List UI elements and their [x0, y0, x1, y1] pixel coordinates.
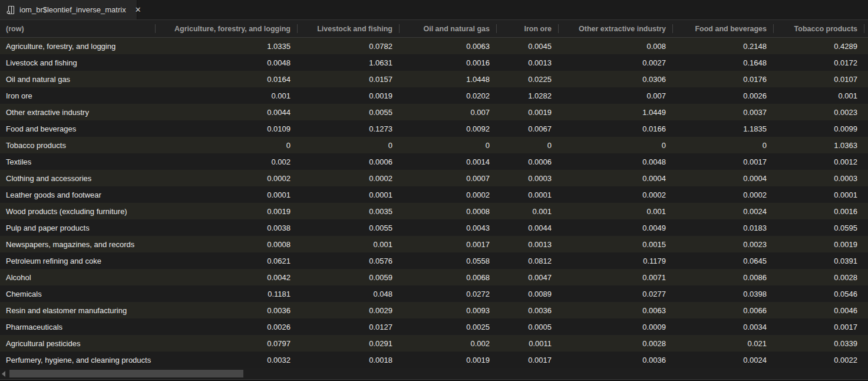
cell-value: 0.0036 — [559, 356, 673, 364]
table-row[interactable]: Other extractive industry0.00440.00550.0… — [0, 104, 868, 120]
cell-value: 0.0023 — [673, 240, 774, 249]
cell-value: 0.0225 — [497, 75, 559, 84]
cell-value: 0.0025 — [400, 323, 497, 331]
cell-value: 0.0272 — [400, 290, 497, 298]
cell-value: 0.0202 — [400, 91, 497, 100]
table-row[interactable]: Agriculture, forestry, and logging1.0335… — [0, 38, 868, 54]
cell-value: 0.0037 — [673, 108, 774, 117]
table-row[interactable]: Alcohol0.00420.00590.00680.00470.00710.0… — [0, 269, 868, 285]
cell-value: 0.0019 — [156, 207, 298, 216]
cell-value: 0.0059 — [298, 273, 400, 282]
cell-value: 0.001 — [298, 240, 400, 249]
column-header[interactable]: Iron ore — [497, 20, 559, 37]
table-row[interactable]: Resin and elastomer manufacturing0.00360… — [0, 302, 868, 318]
cell-value: 0.0036 — [497, 306, 559, 315]
table-row[interactable]: Wood products (excluding furniture)0.001… — [0, 203, 868, 219]
scrollbar-thumb[interactable] — [9, 370, 243, 377]
cell-value: 0.1181 — [156, 290, 298, 298]
cell-value: 0.0035 — [298, 207, 400, 216]
cell-value: 0.0291 — [298, 339, 400, 348]
cell-value: 1.0631 — [298, 58, 400, 67]
tab-leontief-inverse-matrix[interactable]: iom_br$leontief_inverse_matrix ✕ — [0, 0, 137, 19]
cell-value: 0.002 — [156, 157, 298, 166]
cell-value: 0.0068 — [400, 273, 497, 282]
cell-value: 0.0042 — [156, 273, 298, 282]
close-icon[interactable]: ✕ — [134, 5, 143, 14]
cell-value: 0.0176 — [673, 75, 774, 84]
table-row[interactable]: Oil and natural gas0.01640.01571.04480.0… — [0, 71, 868, 87]
cell-value: 0.0008 — [400, 207, 497, 216]
cell-value: 0.0017 — [497, 356, 559, 364]
column-header[interactable]: Other extractive industry — [559, 20, 673, 37]
table-row[interactable]: Chemicals0.11810.0480.02720.00890.02770.… — [0, 285, 868, 302]
cell-value: 0.0107 — [774, 75, 864, 84]
cell-value: 0.0019 — [298, 91, 400, 100]
cell-value: 0.0797 — [156, 339, 298, 348]
row-label: Iron ore — [0, 91, 156, 100]
cell-value: 1.0448 — [400, 75, 497, 84]
cell-value: 0.0026 — [156, 323, 298, 331]
table-row[interactable]: Agricultural pesticides0.07970.02910.002… — [0, 335, 868, 352]
data-table-preview-icon — [6, 5, 15, 15]
row-label: Other extractive industry — [0, 108, 156, 117]
cell-value: 0.0157 — [298, 75, 400, 84]
table-row[interactable]: Petroleum refining and coke0.06210.05760… — [0, 252, 868, 269]
cell-value: 0.0089 — [497, 290, 559, 298]
cell-value: 0.0036 — [156, 306, 298, 315]
cell-value: 0.0003 — [497, 174, 559, 183]
cell-value: 0.0048 — [559, 157, 673, 166]
column-header[interactable]: Agriculture, forestry, and logging — [156, 20, 298, 37]
cell-value: 1.0335 — [156, 42, 298, 51]
cell-value: 0 — [156, 141, 298, 150]
cell-value: 0.0063 — [559, 306, 673, 315]
cell-value: 0.0017 — [400, 240, 497, 249]
row-label: Tobacco products — [0, 141, 156, 150]
cell-value: 0.0017 — [673, 157, 774, 166]
cell-value: 0.0595 — [774, 224, 864, 232]
cell-value: 0.0018 — [298, 356, 400, 364]
cell-value: 0.0027 — [559, 58, 673, 67]
column-header[interactable]: Food and beverages — [673, 20, 774, 37]
cell-value: 0.0011 — [497, 339, 559, 348]
table-row[interactable]: Perfumery, hygiene, and cleaning product… — [0, 352, 868, 368]
cell-value: 0.0017 — [774, 323, 864, 331]
cell-value: 0.0045 — [497, 42, 559, 51]
column-header[interactable]: Oil and natural gas — [400, 20, 497, 37]
cell-value: 0.0002 — [156, 174, 298, 183]
cell-value: 0.0339 — [774, 339, 864, 348]
scroll-left-arrow-icon[interactable] — [2, 371, 5, 377]
cell-value: 0.0012 — [774, 157, 864, 166]
cell-value: 0.001 — [559, 207, 673, 216]
cell-value: 0.0398 — [673, 290, 774, 298]
cell-value: 0.0092 — [400, 124, 497, 133]
row-label: Pulp and paper products — [0, 224, 156, 232]
table-row[interactable]: Tobacco products0000001.0363 — [0, 137, 868, 153]
column-header-row-label[interactable]: (row) — [0, 20, 156, 37]
cell-value: 0.0812 — [497, 257, 559, 265]
cell-value: 0.0019 — [400, 356, 497, 364]
table-row[interactable]: Leather goods and footwear0.00010.00010.… — [0, 186, 868, 203]
cell-value: 0.0002 — [400, 190, 497, 199]
cell-value: 0.0029 — [298, 306, 400, 315]
table-row[interactable]: Livestock and fishing0.00481.06310.00160… — [0, 54, 868, 71]
row-label: Chemicals — [0, 290, 156, 298]
cell-value: 0.0009 — [559, 323, 673, 331]
cell-value: 0.0048 — [156, 58, 298, 67]
horizontal-scrollbar[interactable] — [0, 368, 868, 379]
table-row[interactable]: Pharmaceuticals0.00260.01270.00250.00050… — [0, 318, 868, 335]
column-header[interactable]: Tobacco products — [774, 20, 864, 37]
table-row[interactable]: Pulp and paper products0.00380.00550.004… — [0, 219, 868, 236]
cell-value: 0.0127 — [298, 323, 400, 331]
cell-value: 0.0004 — [559, 174, 673, 183]
cell-value: 0.0024 — [673, 207, 774, 216]
cell-value: 0.001 — [774, 91, 864, 100]
table-row[interactable]: Iron ore0.0010.00190.02021.02820.0070.00… — [0, 87, 868, 104]
cell-value: 0.0032 — [156, 356, 298, 364]
table-row[interactable]: Textiles0.0020.00060.00140.00060.00480.0… — [0, 153, 868, 170]
cell-value: 0.048 — [298, 290, 400, 298]
cell-value: 1.0449 — [559, 108, 673, 117]
column-header[interactable]: Livestock and fishing — [298, 20, 400, 37]
table-row[interactable]: Newspapers, magazines, and records0.0008… — [0, 236, 868, 252]
table-row[interactable]: Clothing and accessories0.00020.00020.00… — [0, 170, 868, 186]
table-row[interactable]: Food and beverages0.01090.12730.00920.00… — [0, 120, 868, 137]
